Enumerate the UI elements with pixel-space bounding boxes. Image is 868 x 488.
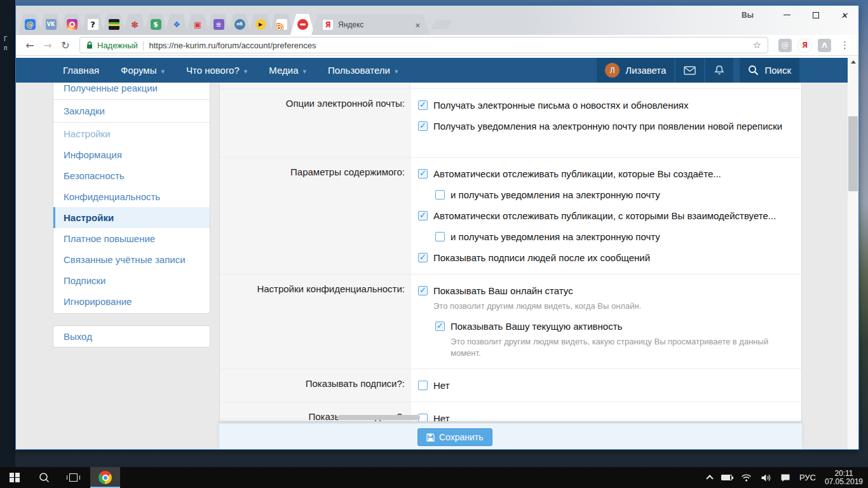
wifi-icon[interactable] <box>741 473 752 482</box>
logout-link[interactable]: Выход <box>53 326 210 347</box>
alerts-button[interactable] <box>705 58 733 83</box>
sidebar-item-upgrade[interactable]: Платное повышение <box>53 228 210 249</box>
sidebar-item-security[interactable]: Безопасность <box>53 165 210 186</box>
checkbox-checked-icon[interactable] <box>418 100 428 110</box>
nav-item-forums[interactable]: Форумы <box>121 65 165 76</box>
forward-button[interactable]: → <box>40 39 55 51</box>
checkbox-show-medals-no[interactable]: Нет <box>418 412 789 422</box>
user-menu[interactable]: Л Лизавета <box>597 58 674 83</box>
battery-icon[interactable] <box>721 475 732 480</box>
sidebar-item-ignoring[interactable]: Игнорирование <box>53 291 210 312</box>
page-top-line <box>16 57 848 58</box>
checkbox-show-signatures-posts[interactable]: Показывать подписи людей после их сообще… <box>418 252 789 264</box>
action-center-icon[interactable] <box>780 473 790 482</box>
tab-yandex[interactable]: Я Яндекс <box>311 14 430 35</box>
pinned-tab-tasks[interactable]: ≡ <box>207 14 231 35</box>
pinned-tab-instagram[interactable] <box>60 14 84 35</box>
clock[interactable]: 20:11 07.05.2019 <box>825 470 863 486</box>
checkbox-watch-created[interactable]: Автоматически отслеживать публикации, ко… <box>418 168 789 180</box>
pinned-tab-dropbox[interactable]: ❖ <box>165 14 189 35</box>
checkbox-watch-interacted-email[interactable]: и получать уведомления на электронную по… <box>435 231 789 243</box>
nav-label: Что нового? <box>186 65 240 76</box>
sidebar-item-bookmarks[interactable]: Закладки <box>53 100 210 121</box>
acrobat-extension-icon[interactable]: Λ <box>818 39 831 52</box>
instagram-favicon-icon <box>67 19 78 30</box>
pinned-tab-flower[interactable]: ✽ <box>123 14 147 35</box>
vertical-scrollbar-thumb[interactable] <box>848 116 858 191</box>
checkbox-unchecked-icon[interactable] <box>435 190 445 200</box>
sidebar-item-preferences[interactable]: Настройки <box>53 207 210 228</box>
row-content: Нет <box>410 369 801 402</box>
checkbox-show-online-status[interactable]: Показывать Ваш онлайн статус <box>418 285 789 297</box>
pinned-tab-mailru[interactable]: @ <box>18 14 42 35</box>
checkbox-email-conversations[interactable]: Получать уведомления на электронную почт… <box>418 120 789 133</box>
maximize-button[interactable] <box>801 6 830 24</box>
nekurim-favicon-icon <box>297 19 308 30</box>
lock-icon <box>86 41 93 50</box>
inbox-button[interactable] <box>675 58 704 83</box>
horizontal-scrollbar-thumb[interactable] <box>337 415 420 420</box>
pinned-tab-nekurim-active[interactable] <box>290 14 315 35</box>
scroll-up-arrow-icon[interactable] <box>851 60 856 64</box>
time: 20:11 <box>825 470 863 478</box>
minimize-button[interactable] <box>773 6 801 24</box>
sidebar-section-settings: Настройки <box>53 123 210 144</box>
pinned-tab-play[interactable]: ▶ <box>248 14 273 35</box>
close-button[interactable] <box>830 6 858 24</box>
checkbox-checked-icon[interactable] <box>418 211 428 220</box>
reload-button[interactable]: ↻ <box>58 39 73 51</box>
address-bar[interactable]: Надежный | https://ne-kurim.ru/forum/acc… <box>79 37 768 53</box>
nav-item-users[interactable]: Пользователи <box>328 65 398 76</box>
sidebar-item-connected-accounts[interactable]: Связанные учётные записи <box>53 249 210 270</box>
row-label: Настройки конфиденциальности: <box>220 274 410 369</box>
nav-label: Форумы <box>121 65 156 76</box>
checkbox-checked-icon[interactable] <box>418 253 428 262</box>
nav-menu: Главная Форумы Что нового? Медиа Пользов… <box>63 58 398 83</box>
taskbar-search-button[interactable] <box>29 467 58 488</box>
pinned-tab-feed[interactable] <box>269 14 294 35</box>
pinned-tab-frame[interactable]: ▣ <box>186 14 210 35</box>
checkbox-show-current-activity[interactable]: Показывать Вашу текущую активность <box>435 320 789 333</box>
checkbox-watch-created-email[interactable]: и получать уведомления на электронную по… <box>435 189 789 201</box>
back-button[interactable]: ← <box>22 39 37 51</box>
checkbox-hint: Это позволит другим людям видеть, какую … <box>451 336 789 359</box>
checkbox-checked-icon[interactable] <box>418 169 428 179</box>
pinned-tab-help[interactable]: ? <box>81 14 105 35</box>
checkbox-checked-icon[interactable] <box>435 322 445 331</box>
close-tab-icon[interactable] <box>415 19 421 30</box>
mailru-extension-icon[interactable]: @ <box>778 39 792 52</box>
nav-item-whats-new[interactable]: Что нового? <box>186 65 247 76</box>
checkbox-unchecked-icon[interactable] <box>435 232 445 241</box>
pinned-tab-pb[interactable]: пб <box>227 14 252 35</box>
task-view-button[interactable] <box>58 467 88 488</box>
taskbar-chrome-button[interactable] <box>90 467 120 488</box>
checkbox-show-signatures-no[interactable]: Нет <box>418 379 789 392</box>
sidebar-item-information[interactable]: Информация <box>53 144 210 165</box>
nav-item-media[interactable]: Медиа <box>269 65 306 76</box>
bookmark-star-icon[interactable] <box>753 39 761 51</box>
chrome-menu-icon[interactable] <box>840 39 850 51</box>
start-button[interactable] <box>0 467 29 488</box>
yandex-extension-icon[interactable]: Я <box>798 39 811 52</box>
chrome-profile-chip[interactable]: Вы <box>742 11 754 20</box>
checkbox-watch-interacted[interactable]: Автоматически отслеживать публикации, с … <box>418 210 789 222</box>
checkbox-checked-icon[interactable] <box>418 286 428 295</box>
search-button[interactable]: Поиск <box>740 58 799 83</box>
volume-icon[interactable] <box>761 473 771 482</box>
nav-label: Медиа <box>269 65 298 76</box>
envelope-icon <box>684 66 696 75</box>
pinned-tab-vk[interactable]: VK <box>39 14 63 35</box>
save-button[interactable]: Сохранить <box>417 428 492 446</box>
pinned-tab-tv[interactable] <box>102 14 126 35</box>
checkbox-checked-icon[interactable] <box>418 121 428 131</box>
checkbox-email-news[interactable]: Получать электронные письма о новостях и… <box>418 99 789 112</box>
tray-expand-icon[interactable] <box>706 475 713 482</box>
nav-item-home[interactable]: Главная <box>63 65 99 76</box>
new-tab-button[interactable] <box>431 20 452 29</box>
keyboard-language[interactable]: РУС <box>799 473 816 482</box>
sidebar-item-privacy[interactable]: Конфиденциальность <box>53 186 210 207</box>
pinned-tab-finance[interactable]: $ <box>144 14 168 35</box>
sidebar-item-subscriptions[interactable]: Подписки <box>53 270 210 291</box>
checkbox-unchecked-icon[interactable] <box>418 381 428 390</box>
vertical-scrollbar[interactable] <box>848 57 858 449</box>
